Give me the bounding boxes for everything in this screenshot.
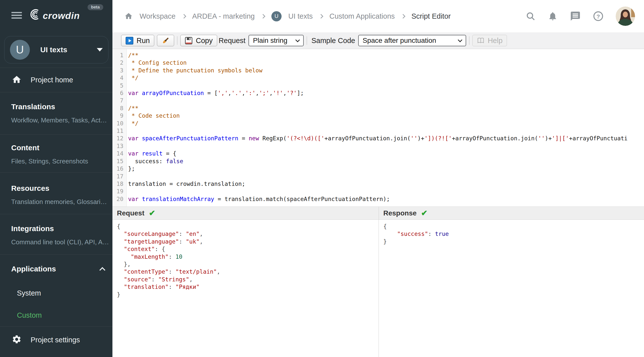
sidebar-item-integrations[interactable]: Integrations Command line tool (CLI), AP… — [0, 214, 112, 254]
sidebar-item-label: Project settings — [30, 336, 80, 344]
response-panel-title: Response — [383, 209, 417, 217]
help-icon[interactable]: ? — [593, 11, 604, 22]
code-line: 10 */ — [112, 120, 644, 127]
help-button[interactable]: Help — [472, 35, 507, 46]
line-number: 20 — [112, 195, 126, 203]
code-line: 8/** — [112, 104, 644, 112]
chevron-up-icon — [99, 267, 105, 273]
code-line: 7 — [112, 97, 644, 104]
breadcrumb: Workspace ARDEA - marketing U UI texts C… — [124, 11, 451, 22]
code-line: { — [382, 223, 644, 230]
sidebar-item-label: Project home — [30, 76, 73, 84]
project-switcher[interactable]: U UI texts — [4, 36, 108, 64]
line-number: 7 — [112, 97, 126, 104]
copy-button[interactable]: Copy — [180, 35, 217, 46]
sidebar-item-project-home[interactable]: Project home — [0, 68, 112, 92]
breadcrumb-item-workspace[interactable]: Workspace — [140, 12, 176, 20]
code-line: "success": true — [382, 230, 644, 238]
hamburger-menu-icon[interactable] — [12, 12, 22, 18]
notifications-bell-icon[interactable] — [548, 11, 558, 21]
script-code: 1/**2 * Config section3 * Define the pun… — [112, 49, 644, 203]
toolbar-separator — [307, 36, 307, 45]
request-status-check-icon: ✔ — [149, 208, 155, 218]
format-brush-button[interactable] — [157, 35, 174, 46]
code-line: 19 — [112, 188, 644, 195]
toolbar-separator — [469, 36, 470, 45]
code-line: "contentType": "text/plain", — [116, 268, 378, 276]
line-number: 11 — [112, 127, 126, 134]
code-line: } — [116, 291, 378, 298]
project-name: UI texts — [40, 46, 67, 54]
sidebar-section-applications: Applications System Custom — [0, 254, 112, 327]
sidebar-item-applications-custom[interactable]: Custom — [17, 311, 112, 320]
chevron-right-icon — [182, 14, 186, 18]
line-number: 12 — [112, 134, 126, 142]
run-button[interactable]: Run — [121, 35, 154, 46]
code-line: 5 — [112, 82, 644, 89]
sidebar-item-resources[interactable]: Resources Translation memories, Glossari… — [0, 173, 112, 214]
sidebar-item-translations[interactable]: Translations Workflow, Members, Tasks, A… — [0, 92, 112, 134]
line-number: 19 — [112, 188, 126, 195]
code-line: 17 — [112, 173, 644, 180]
line-number: 3 — [112, 67, 126, 74]
sidebar: crowdin beta U UI texts Project home Tra… — [0, 0, 112, 357]
sidebar-item-applications[interactable]: Applications — [11, 265, 112, 273]
response-panel-header: Response ✔ — [379, 207, 644, 220]
crowdin-logo-text: crowdin — [43, 11, 80, 21]
sample-code-select[interactable]: Space after punctuation — [358, 35, 466, 46]
code-line: 18translation = crowdin.translation; — [112, 180, 644, 188]
beta-badge: beta — [88, 4, 103, 10]
sidebar-item-content[interactable]: Content Files, Strings, Screenshots — [0, 134, 112, 173]
line-number: 1 — [112, 52, 126, 59]
breadcrumb-home-icon[interactable] — [124, 12, 133, 20]
sidebar-item-project-settings[interactable]: Project settings — [0, 327, 112, 353]
code-line: 15 success: false — [112, 158, 644, 165]
line-number: 17 — [112, 173, 126, 180]
search-icon[interactable] — [526, 11, 536, 21]
section-subtitle: Command line tool (CLI), API, A… — [11, 238, 112, 246]
code-line: 6var arrayOfPunctuation = [',','.',':','… — [112, 89, 644, 97]
code-line: 16}; — [112, 165, 644, 172]
section-subtitle: Files, Strings, Screenshots — [11, 158, 112, 165]
script-editor[interactable]: 1/**2 * Config section3 * Define the pun… — [112, 49, 644, 206]
code-line: "maxLength": 10 — [116, 253, 378, 260]
line-number: 13 — [112, 142, 126, 150]
code-line: } — [382, 238, 644, 245]
request-panel-title: Request — [117, 209, 144, 217]
crowdin-logo-icon — [28, 9, 41, 21]
line-number: 14 — [112, 150, 126, 157]
chevron-down-icon — [97, 48, 103, 52]
line-number: 15 — [112, 158, 126, 165]
breadcrumb-item-ui-texts[interactable]: UI texts — [288, 12, 313, 20]
svg-text:?: ? — [596, 13, 600, 20]
chevron-down-icon — [295, 38, 300, 42]
toolbar-separator — [177, 36, 177, 45]
request-panel: Request ✔ { "sourceLanguage": "en", "tar… — [112, 207, 379, 357]
gear-icon — [12, 334, 22, 345]
breadcrumb-item-project-group[interactable]: ARDEA - marketing — [192, 12, 255, 20]
request-type-value: Plain string — [253, 36, 288, 44]
request-panel-header: Request ✔ — [112, 207, 378, 220]
request-json-editor[interactable]: { "sourceLanguage": "en", "targetLanguag… — [112, 220, 378, 357]
code-line: "source": "Strings", — [116, 276, 378, 283]
user-avatar[interactable] — [616, 6, 635, 26]
request-response-panels: Request ✔ { "sourceLanguage": "en", "tar… — [112, 206, 644, 357]
sample-code-select-label: Sample Code — [312, 36, 355, 45]
brush-icon — [162, 37, 170, 44]
code-line: 3 * Define the punctuation symbols below — [112, 67, 644, 74]
breadcrumb-item-custom-applications[interactable]: Custom Applications — [329, 12, 395, 20]
code-line: "translation": "Рядки" — [116, 283, 378, 290]
code-line: "sourceLanguage": "en", — [116, 230, 378, 238]
code-line: "context": { — [116, 245, 378, 253]
chevron-right-icon — [261, 14, 265, 18]
code-line: 11 — [112, 127, 644, 134]
section-subtitle: Workflow, Members, Tasks, Act… — [11, 116, 112, 124]
request-select-label: Request — [219, 36, 246, 45]
line-number: 10 — [112, 120, 126, 127]
line-number: 6 — [112, 89, 126, 97]
crowdin-logo[interactable]: crowdin — [28, 9, 80, 21]
request-type-select[interactable]: Plain string — [248, 35, 304, 46]
sidebar-item-applications-system[interactable]: System — [17, 289, 112, 297]
messages-chat-icon[interactable] — [570, 11, 581, 22]
code-line: 12var spaceAfterPunctuationPattern = new… — [112, 134, 644, 142]
